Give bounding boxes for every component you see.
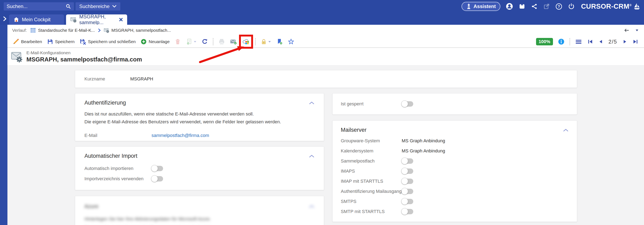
- email-link[interactable]: sammelpostfach@firma.com: [152, 133, 209, 138]
- authentication-description-2: Die eigene E-Mail-Adresse des Benutzers …: [84, 118, 314, 126]
- chevron-down-icon: [268, 40, 271, 43]
- share-icon[interactable]: [531, 3, 538, 10]
- bookmark-add-button[interactable]: [276, 38, 283, 45]
- user-avatar-button[interactable]: [506, 3, 513, 10]
- next-page-button[interactable]: [622, 39, 628, 44]
- edit-button[interactable]: Bearbeiten: [12, 38, 42, 45]
- ist-gesperrt-toggle[interactable]: [402, 101, 413, 107]
- envelope-check-icon: [230, 38, 237, 45]
- kurzname-value: MSGRAPH: [130, 76, 153, 82]
- star-icon: [288, 38, 294, 45]
- tab-label: Mein Cockpit: [22, 17, 50, 22]
- home-icon: [13, 16, 20, 23]
- bookmark-plus-icon: [276, 38, 283, 45]
- automatisch-importieren-toggle[interactable]: [152, 166, 163, 171]
- first-page-button[interactable]: [587, 39, 593, 44]
- record-header: E-Mail-Konfigurationen MSGRAPH, sammelpo…: [8, 48, 644, 66]
- assistant-button[interactable]: Assistent: [462, 2, 500, 11]
- expand-sidebar-button[interactable]: [2, 14, 8, 24]
- save-button[interactable]: Speichern: [47, 38, 75, 45]
- info-button[interactable]: [558, 38, 564, 45]
- imaps-toggle[interactable]: [402, 169, 413, 174]
- assistant-label: Assistent: [474, 3, 496, 9]
- collapse-chevron-icon[interactable]: [563, 129, 569, 132]
- field-value: MS Graph Anbindung: [402, 148, 445, 154]
- breadcrumb-record-label: MSGRAPH, sammelpostfach...: [112, 28, 171, 33]
- menu-list-button[interactable]: [575, 38, 582, 45]
- prev-page-button[interactable]: [598, 39, 604, 44]
- printer-icon: [218, 38, 225, 45]
- pencil-icon: [12, 38, 19, 45]
- delete-button: [174, 38, 181, 45]
- record-title: MSGRAPH, sammelpostfach@firma.com: [26, 56, 142, 63]
- collapsed-sidebar-rail[interactable]: [0, 25, 8, 225]
- redacted-card-title: Azure: [84, 203, 98, 210]
- toggle-knob: [401, 188, 408, 195]
- history-back-icon[interactable]: [623, 27, 630, 33]
- msgraph-login-button-highlighted[interactable]: [242, 37, 250, 46]
- history-dropdown-icon[interactable]: [635, 28, 639, 32]
- table-grid-icon: [30, 27, 36, 33]
- auto-import-card: Automatischer Import Automatisch importi…: [75, 146, 324, 190]
- page-indicator: 2/5: [608, 38, 617, 45]
- auth-mailausgang-toggle[interactable]: [402, 189, 413, 194]
- tab-mein-cockpit[interactable]: Mein Cockpit: [9, 14, 64, 25]
- favorite-button[interactable]: [288, 38, 294, 45]
- refresh-button[interactable]: [202, 38, 208, 45]
- last-page-button[interactable]: [632, 39, 639, 44]
- create-new-label: Neuanlage: [148, 39, 170, 44]
- toggle-knob: [401, 158, 408, 164]
- toggle-row-smtp-starttls: SMTP mit STARTTLS: [341, 207, 569, 217]
- toggle-row-smtps: SMTPS: [341, 196, 569, 207]
- collapse-chevron-icon[interactable]: [309, 101, 314, 105]
- importverzeichnis-toggle[interactable]: [152, 176, 163, 182]
- record-content: Kurzname MSGRAPH Authentifizierung: [8, 66, 644, 225]
- authentication-description-1: Dies ist nur auszufüllen, wenn eine stat…: [84, 110, 314, 118]
- toggle-label: Importverzeichnis verwenden: [84, 176, 152, 182]
- app-window: Suchen... Suchbereiche: [0, 0, 644, 225]
- edit-label: Bearbeiten: [21, 39, 42, 44]
- smtp-starttls-toggle[interactable]: [402, 209, 413, 214]
- mail-check-button[interactable]: [230, 38, 237, 45]
- lock-icon: [261, 38, 267, 45]
- history-label: Verlauf:: [12, 28, 27, 33]
- toolbar-separator: [213, 38, 214, 45]
- brand-logo: CURSOR-CRM®: [581, 2, 640, 10]
- toggle-label: SMTP mit STARTTLS: [341, 209, 402, 214]
- collapse-chevron-icon[interactable]: [309, 155, 314, 158]
- authentication-card: Authentifizierung Dies ist nur auszufüll…: [75, 93, 324, 141]
- toggle-row-automatisch-importieren: Automatisch importieren: [84, 163, 314, 174]
- plus-circle-icon: [140, 38, 147, 45]
- create-new-button[interactable]: Neuanlage: [140, 38, 170, 45]
- toggle-row-sammelpostfach: Sammelpostfach: [341, 156, 569, 166]
- imap-starttls-toggle[interactable]: [402, 179, 413, 184]
- breadcrumb-search[interactable]: Standardsuche für E-Mail-K...: [30, 27, 95, 33]
- redacted-line: Hinterlegen Sie hier Ihre Aktivierungsda…: [84, 215, 314, 223]
- field-row-groupware: Groupware-System MS Graph Anbindung: [341, 136, 569, 146]
- toolbar-separator: [570, 38, 570, 45]
- power-logout-button[interactable]: [568, 3, 575, 10]
- trash-icon: [174, 38, 181, 45]
- field-row-kalendersystem: Kalendersystem MS Graph Anbindung: [341, 146, 569, 156]
- search-input[interactable]: Suchen...: [4, 2, 74, 10]
- toggle-row-auth-mailausgang: Authentifizierung Mailausgang: [341, 186, 569, 196]
- tab-record-active[interactable]: MSGRAPH, sammelp...: [66, 14, 127, 25]
- kurzname-label: Kurzname: [84, 76, 130, 82]
- toggle-knob: [151, 165, 158, 172]
- tabbar: Mein Cockpit MSGRAPH, sammelp.: [0, 13, 644, 25]
- smtps-toggle[interactable]: [402, 199, 413, 204]
- topbar: Suchen... Suchbereiche: [0, 0, 644, 13]
- help-button[interactable]: ?: [555, 3, 562, 10]
- brand-name: CURSOR-CRM: [581, 2, 629, 10]
- search-scope-button[interactable]: Suchbereiche: [76, 2, 120, 10]
- collapse-chevron-icon[interactable]: [309, 205, 314, 208]
- save-close-button[interactable]: Speichern und schließen: [80, 38, 136, 45]
- zoom-level-badge[interactable]: 100%: [536, 38, 553, 45]
- breadcrumb-record[interactable]: MSGRAPH, sammelpostfach...: [104, 28, 171, 33]
- close-tab-icon[interactable]: [119, 17, 123, 22]
- sammelpostfach-toggle[interactable]: [402, 158, 413, 164]
- inbox-tray-button[interactable]: [518, 3, 526, 10]
- breadcrumb-search-label: Standardsuche für E-Mail-K...: [38, 28, 95, 33]
- lock-button[interactable]: [261, 38, 271, 45]
- toggle-row-imaps: IMAPS: [341, 166, 569, 176]
